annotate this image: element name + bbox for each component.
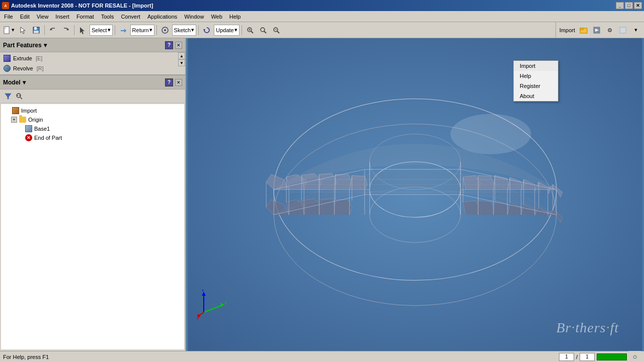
tree-item-base1[interactable]: Base1 bbox=[3, 124, 182, 133]
dropdown-register[interactable]: Register bbox=[514, 81, 558, 91]
title-bar: A Autodesk Inventor 2008 - NOT FOR RESAL… bbox=[0, 0, 644, 11]
save-button[interactable] bbox=[30, 24, 42, 36]
tree-base1-label: Base1 bbox=[34, 126, 50, 132]
model-header: Model ▾ ? ✕ bbox=[0, 75, 185, 89]
expand-origin[interactable]: + bbox=[11, 117, 17, 123]
menu-window[interactable]: Window bbox=[181, 13, 207, 21]
new-button[interactable]: ▾ bbox=[1, 24, 16, 36]
revolve-icon bbox=[3, 64, 11, 72]
dropdown-help[interactable]: Help bbox=[514, 71, 558, 81]
status-settings[interactable] bbox=[629, 351, 641, 363]
import-extra-btn[interactable] bbox=[617, 24, 629, 36]
zoom-all-btn[interactable] bbox=[270, 24, 282, 36]
import-settings-btn[interactable] bbox=[604, 24, 616, 36]
import-btn[interactable]: Import bbox=[558, 24, 577, 36]
feature-revolve[interactable]: Revolve [R] bbox=[1, 63, 184, 73]
maximize-button[interactable]: □ bbox=[625, 2, 633, 9]
title-bar-controls[interactable]: _ □ ✕ bbox=[616, 2, 642, 9]
model-help[interactable]: ? bbox=[165, 78, 173, 86]
return-icon bbox=[119, 26, 127, 34]
import-folder-icon bbox=[580, 26, 588, 34]
close-button[interactable]: ✕ bbox=[634, 2, 642, 9]
part-features-close[interactable]: ✕ bbox=[175, 42, 182, 49]
model-search-btn[interactable] bbox=[14, 91, 24, 101]
dropdown-about[interactable]: About bbox=[514, 91, 558, 101]
status-input-1[interactable] bbox=[559, 353, 574, 361]
model-filter-btn[interactable] bbox=[3, 91, 13, 101]
svg-rect-0 bbox=[4, 27, 9, 34]
part-features-dropdown-arrow[interactable]: ▾ bbox=[44, 42, 47, 49]
menu-tools[interactable]: Tools bbox=[98, 13, 117, 21]
minimize-button[interactable]: _ bbox=[616, 2, 624, 9]
menu-web[interactable]: Web bbox=[208, 13, 225, 21]
svg-rect-5 bbox=[34, 27, 37, 30]
update-icon-btn[interactable] bbox=[201, 24, 213, 36]
zoom-window-btn[interactable] bbox=[244, 24, 256, 36]
status-separator: / bbox=[576, 354, 578, 360]
feature-extrude[interactable]: Extrude [E] bbox=[1, 53, 184, 63]
svg-marker-29 bbox=[5, 94, 11, 99]
save-icon bbox=[32, 26, 40, 34]
menu-bar: File Edit View Insert Format Tools Conve… bbox=[0, 11, 644, 22]
svg-point-96 bbox=[633, 355, 636, 358]
axes-indicator: X Y Z bbox=[196, 290, 226, 321]
scroll-up[interactable]: ▲ bbox=[178, 52, 185, 59]
tree-item-end-of-part[interactable]: ✕ End of Part bbox=[3, 133, 182, 142]
select-chevron: ▾ bbox=[108, 27, 111, 33]
watermark: Br·thers·ft bbox=[556, 320, 619, 336]
zoom-all-icon bbox=[272, 26, 280, 34]
select-dropdown[interactable]: Select ▾ bbox=[90, 25, 113, 36]
select-icon-btn[interactable] bbox=[76, 24, 89, 36]
extrude-label: Extrude bbox=[13, 55, 32, 61]
part-features-help[interactable]: ? bbox=[165, 41, 173, 49]
zoom-icon bbox=[259, 26, 267, 34]
menu-file[interactable]: File bbox=[1, 13, 16, 21]
model-close[interactable]: ✕ bbox=[175, 79, 182, 86]
tree-origin-label: Origin bbox=[28, 117, 43, 123]
select-label: Select bbox=[92, 27, 107, 33]
update-dropdown[interactable]: Update ▾ bbox=[214, 25, 239, 36]
toolbar: ▾ Select ▾ Return ▾ Sketch ▾ U bbox=[0, 22, 644, 38]
tree-item-origin[interactable]: + Origin bbox=[3, 115, 182, 124]
model-dropdown-arrow[interactable]: ▾ bbox=[23, 79, 26, 86]
svg-point-33 bbox=[19, 95, 20, 96]
menu-format[interactable]: Format bbox=[73, 13, 97, 21]
sketch-icon-btn[interactable] bbox=[159, 24, 171, 36]
svg-point-27 bbox=[609, 30, 610, 31]
separator-5 bbox=[198, 25, 199, 35]
return-icon-btn[interactable] bbox=[117, 24, 129, 36]
svg-point-86 bbox=[450, 114, 531, 154]
scroll-down[interactable]: ▼ bbox=[178, 59, 185, 66]
part-features-header: Part Features ▾ ? ✕ bbox=[0, 38, 185, 52]
update-chevron: ▾ bbox=[234, 27, 237, 33]
import-view-btn[interactable] bbox=[591, 24, 603, 36]
import-folder-btn[interactable] bbox=[578, 24, 590, 36]
app-icon: A bbox=[2, 2, 9, 9]
zoom-btn[interactable] bbox=[257, 24, 269, 36]
import-extra2-btn[interactable]: ▾ bbox=[630, 24, 642, 36]
menu-help[interactable]: Help bbox=[226, 13, 244, 21]
svg-point-32 bbox=[17, 95, 18, 96]
redo-button[interactable] bbox=[60, 24, 72, 36]
undo-button[interactable] bbox=[47, 24, 59, 36]
separator-6 bbox=[242, 25, 242, 35]
cursor-button[interactable] bbox=[17, 24, 29, 36]
svg-line-18 bbox=[264, 31, 266, 33]
menu-edit[interactable]: Edit bbox=[17, 13, 33, 21]
update-icon bbox=[203, 26, 211, 34]
menu-applications[interactable]: Applications bbox=[144, 13, 180, 21]
menu-view[interactable]: View bbox=[34, 13, 52, 21]
tree-item-import[interactable]: Import bbox=[3, 106, 182, 115]
menu-insert[interactable]: Insert bbox=[52, 13, 72, 21]
return-dropdown[interactable]: Return ▾ bbox=[130, 25, 154, 36]
model-label: Model bbox=[3, 79, 21, 86]
dropdown-import[interactable]: Import bbox=[514, 61, 558, 71]
separator-2 bbox=[74, 25, 74, 35]
separator-4 bbox=[156, 25, 157, 35]
menu-convert[interactable]: Convert bbox=[118, 13, 143, 21]
status-input-2[interactable] bbox=[580, 353, 595, 361]
select-arrow-icon bbox=[78, 26, 87, 34]
sketch-dropdown[interactable]: Sketch ▾ bbox=[172, 25, 197, 36]
axes-svg: X Y Z bbox=[196, 290, 226, 320]
svg-line-87 bbox=[204, 305, 224, 312]
